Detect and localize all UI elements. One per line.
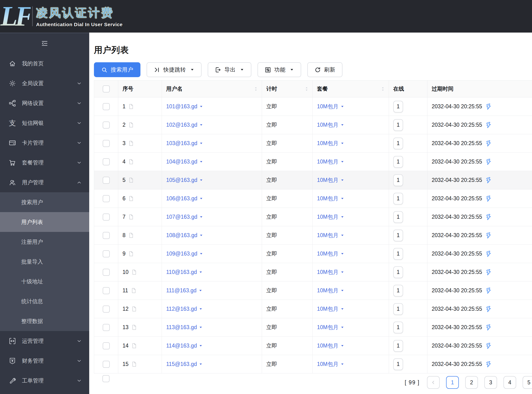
row-checkbox[interactable] [103, 177, 110, 184]
sidebar-item-search-users[interactable]: 搜索用户 [0, 192, 89, 212]
username-link[interactable]: 110@163.gd [166, 269, 203, 275]
sort-arrows-icon[interactable] [253, 86, 258, 92]
sort-arrows-icon[interactable] [380, 86, 386, 92]
lightning-kick-icon[interactable] [485, 213, 492, 221]
row-checkbox[interactable] [103, 287, 110, 294]
online-count-badge[interactable]: 1 [393, 101, 403, 113]
sidebar-item-level-address[interactable]: 十级地址 [0, 272, 89, 291]
username-link[interactable]: 103@163.gd [166, 140, 203, 146]
online-count-badge[interactable]: 1 [393, 266, 403, 278]
row-checkbox[interactable] [103, 158, 110, 165]
sidebar-item-batch-import[interactable]: 批量导入 [0, 252, 89, 272]
sidebar-item-home[interactable]: 我的首页 [0, 54, 89, 73]
sidebar-item-register-users[interactable]: 注册用户 [0, 232, 89, 252]
online-count-badge[interactable]: 1 [393, 193, 403, 205]
online-count-badge[interactable]: 1 [393, 358, 403, 370]
online-count-badge[interactable]: 1 [393, 138, 403, 149]
package-link[interactable]: 10M包月 [317, 324, 344, 331]
row-checkbox[interactable] [103, 324, 110, 331]
page-button-5[interactable]: 5 [522, 376, 532, 389]
sidebar-item-sms-banking[interactable]: 支短信网银 [0, 113, 89, 133]
lightning-kick-icon[interactable] [485, 232, 492, 239]
online-count-badge[interactable]: 1 [393, 285, 403, 296]
refresh-button[interactable]: 刷新 [307, 62, 343, 77]
search-users-button[interactable]: 搜索用户 [94, 62, 141, 77]
online-count-badge[interactable]: 1 [393, 248, 403, 260]
lightning-kick-icon[interactable] [485, 342, 492, 349]
row-checkbox[interactable] [103, 232, 110, 239]
page-button-2[interactable]: 2 [465, 376, 478, 389]
lightning-kick-icon[interactable] [485, 269, 492, 276]
lightning-kick-icon[interactable] [485, 195, 492, 202]
sidebar-item-statistics[interactable]: 统计信息 [0, 291, 89, 311]
username-link[interactable]: 109@163.gd [166, 251, 203, 257]
username-link[interactable]: 105@163.gd [166, 177, 203, 183]
page-button-4[interactable]: 4 [503, 376, 516, 389]
export-button[interactable]: 导出 [208, 62, 251, 77]
username-link[interactable]: 111@163.gd [166, 287, 203, 294]
username-link[interactable]: 104@163.gd [166, 159, 203, 165]
online-count-badge[interactable]: 1 [393, 321, 403, 333]
sidebar-item-package-management[interactable]: 套餐管理 [0, 153, 89, 172]
sidebar-item-user-management[interactable]: 用户管理 [0, 172, 89, 192]
functions-button[interactable]: 功能 [257, 62, 301, 77]
username-link[interactable]: 101@163.gd [166, 103, 203, 110]
online-count-badge[interactable]: 1 [393, 211, 403, 223]
page-button-1[interactable]: 1 [446, 376, 459, 389]
row-checkbox[interactable] [103, 250, 110, 257]
package-link[interactable]: 10M包月 [317, 158, 344, 165]
package-link[interactable]: 10M包月 [317, 342, 344, 349]
select-all-checkbox[interactable] [103, 85, 110, 93]
package-link[interactable]: 10M包月 [317, 140, 344, 147]
username-link[interactable]: 106@163.gd [166, 195, 203, 202]
quick-jump-button[interactable]: 快捷跳转 [146, 62, 202, 77]
row-checkbox[interactable] [103, 306, 110, 313]
sidebar-item-global-settings[interactable]: 全局设置 [0, 73, 89, 93]
row-checkbox[interactable] [103, 361, 110, 368]
online-count-badge[interactable]: 1 [393, 174, 403, 186]
package-link[interactable]: 10M包月 [317, 213, 344, 221]
username-link[interactable]: 107@163.gd [166, 214, 203, 220]
row-checkbox[interactable] [103, 103, 110, 110]
lightning-kick-icon[interactable] [485, 103, 492, 110]
package-link[interactable]: 10M包月 [317, 269, 344, 276]
online-count-badge[interactable]: 1 [393, 303, 403, 315]
package-link[interactable]: 10M包月 [317, 121, 344, 129]
online-count-badge[interactable]: 1 [393, 156, 403, 168]
online-count-badge[interactable]: 1 [393, 119, 403, 131]
package-link[interactable]: 10M包月 [317, 232, 344, 239]
package-link[interactable]: 10M包月 [317, 287, 344, 294]
row-checkbox[interactable] [103, 342, 110, 349]
package-link[interactable]: 10M包月 [317, 361, 344, 368]
row-checkbox[interactable] [103, 269, 110, 276]
online-count-badge[interactable]: 1 [393, 230, 403, 241]
sidebar-item-operations[interactable]: 运营管理 [0, 331, 89, 351]
footer-select-all-checkbox[interactable] [102, 375, 110, 382]
package-link[interactable]: 10M包月 [317, 305, 344, 313]
sidebar-item-work-orders[interactable]: 工单管理 [0, 371, 89, 390]
row-checkbox[interactable] [103, 213, 110, 221]
row-checkbox[interactable] [103, 140, 110, 147]
lightning-kick-icon[interactable] [485, 121, 492, 129]
sidebar-item-card-management[interactable]: 卡片管理 [0, 133, 89, 153]
username-link[interactable]: 113@163.gd [166, 324, 203, 331]
username-link[interactable]: 115@163.gd [166, 361, 203, 367]
username-link[interactable]: 112@163.gd [166, 306, 203, 312]
column-header-timing[interactable]: 计时 [262, 80, 313, 98]
username-link[interactable]: 114@163.gd [166, 342, 203, 349]
row-checkbox[interactable] [103, 195, 110, 202]
sidebar-collapse-button[interactable] [0, 33, 89, 54]
sort-arrows-icon[interactable] [304, 86, 309, 92]
column-header-username[interactable]: 用户名 [162, 80, 262, 98]
sidebar-item-user-list[interactable]: 用户列表 [0, 212, 89, 232]
lightning-kick-icon[interactable] [485, 306, 492, 313]
lightning-kick-icon[interactable] [485, 250, 492, 257]
lightning-kick-icon[interactable] [485, 361, 492, 368]
package-link[interactable]: 10M包月 [317, 176, 344, 184]
prev-page-button[interactable] [427, 376, 440, 389]
lightning-kick-icon[interactable] [485, 158, 492, 165]
row-checkbox[interactable] [103, 121, 110, 129]
online-count-badge[interactable]: 1 [393, 340, 403, 352]
username-link[interactable]: 102@163.gd [166, 122, 203, 128]
sidebar-item-data-cleanup[interactable]: 整理数据 [0, 311, 89, 331]
